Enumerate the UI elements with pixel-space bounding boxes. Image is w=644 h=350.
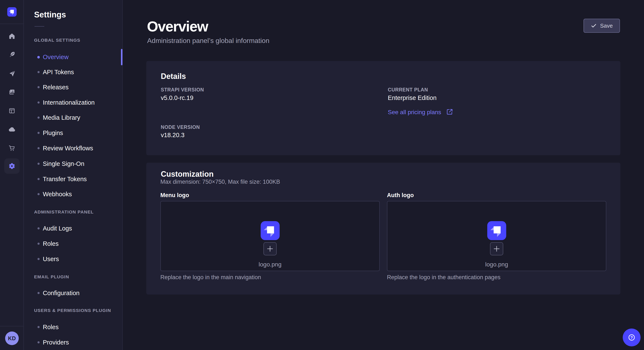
svg-text:?: ?	[630, 335, 633, 340]
